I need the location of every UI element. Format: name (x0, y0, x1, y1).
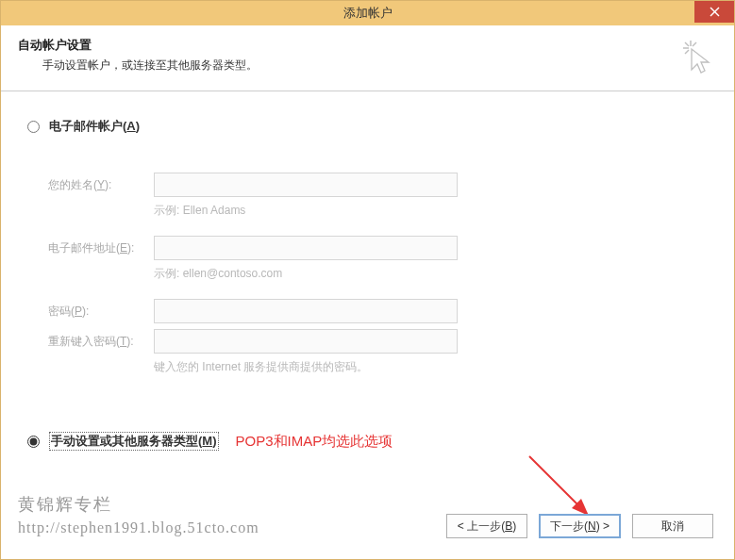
close-icon (710, 7, 720, 17)
next-button[interactable]: 下一步(N) > (539, 514, 621, 538)
radio-email-label: 电子邮件帐户(A) (49, 118, 140, 135)
close-button[interactable] (694, 1, 734, 23)
password2-input[interactable] (154, 329, 458, 354)
wizard-header: 自动帐户设置 手动设置帐户，或连接至其他服务器类型。 (1, 25, 734, 91)
wizard-footer: < 上一步(B) 下一步(N) > 取消 (1, 502, 734, 559)
password-hint: 键入您的 Internet 服务提供商提供的密码。 (154, 359, 708, 375)
back-button[interactable]: < 上一步(B) (446, 514, 527, 538)
svg-line-4 (685, 42, 689, 46)
titlebar: 添加帐户 (1, 1, 734, 25)
radio-email-account[interactable]: 电子邮件帐户(A) (27, 118, 708, 135)
email-form: 您的姓名(Y): 示例: Ellen Adams 电子邮件地址(E): 示例: … (48, 173, 708, 375)
password-input[interactable] (154, 299, 458, 323)
annotation-text: POP3和IMAP均选此选项 (236, 433, 393, 451)
password-label: 密码(P): (48, 304, 154, 320)
name-label: 您的姓名(Y): (48, 177, 154, 193)
radio-manual-label: 手动设置或其他服务器类型(M) (49, 432, 219, 451)
email-input[interactable] (154, 236, 458, 260)
svg-line-5 (693, 42, 696, 46)
password2-label: 重新键入密码(T): (48, 334, 154, 350)
window-title: 添加帐户 (1, 5, 734, 22)
header-subtitle: 手动设置帐户，或连接至其他服务器类型。 (42, 58, 717, 74)
radio-email-input[interactable] (27, 121, 40, 133)
name-input[interactable] (154, 173, 458, 197)
radio-manual-input[interactable] (27, 436, 40, 448)
svg-line-6 (685, 50, 689, 54)
cancel-button[interactable]: 取消 (632, 514, 713, 538)
email-label: 电子邮件地址(E): (48, 240, 154, 256)
name-hint: 示例: Ellen Adams (154, 203, 708, 219)
cursor-click-icon (681, 39, 713, 77)
radio-manual-setup[interactable]: 手动设置或其他服务器类型(M) POP3和IMAP均选此选项 (27, 432, 708, 451)
email-hint: 示例: ellen@contoso.com (154, 266, 708, 282)
header-title: 自动帐户设置 (18, 37, 717, 54)
